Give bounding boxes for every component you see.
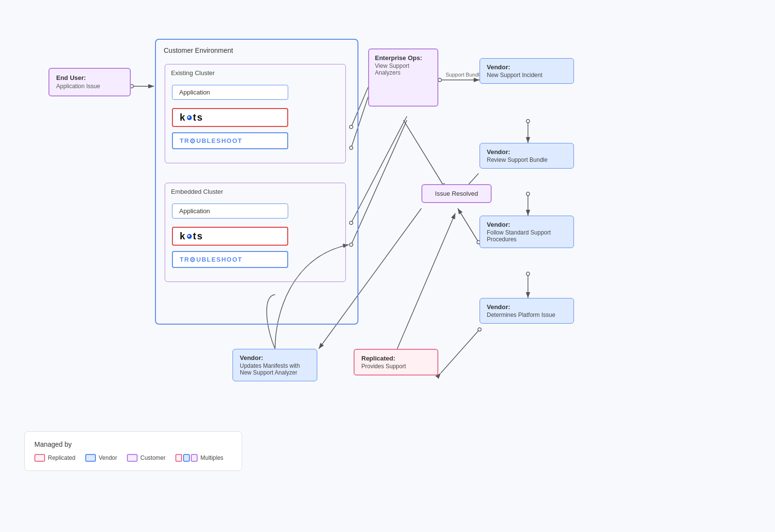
vendor-review-subtitle: Review Support Bundle (487, 156, 567, 163)
vendor-updates-box: Vendor: Updates Manifests with New Suppo… (232, 349, 317, 381)
legend-item-multiples: Multiples (175, 454, 223, 462)
vendor-new-incident-box: Vendor: New Support Incident (480, 58, 574, 84)
vendor-review-title: Vendor: (487, 148, 567, 156)
vendor-new-incident-subtitle: New Support Incident (487, 72, 567, 78)
replicated-title: Replicated: (361, 355, 431, 362)
legend-multi-1 (175, 454, 182, 462)
legend-multi-3 (191, 454, 198, 462)
embedded-ts-box: TR⚙UBLESHOOT (172, 251, 288, 268)
customer-env-title: Customer Environment (164, 47, 233, 54)
end-user-node: End User: Application Issue (48, 68, 131, 96)
ts-gear-icon: ⚙ (189, 138, 196, 144)
legend-label-customer: Customer (140, 454, 166, 461)
svg-point-14 (527, 192, 530, 196)
svg-line-22 (403, 120, 446, 189)
svg-point-18 (527, 272, 530, 276)
svg-line-19 (441, 329, 480, 373)
vendor-updates-title: Vendor: (240, 354, 310, 361)
svg-point-20 (478, 328, 481, 331)
existing-app-label: Application (179, 89, 210, 96)
legend-item-replicated: Replicated (34, 454, 76, 462)
legend-label-multiples: Multiples (201, 454, 223, 461)
existing-cluster-title: Existing Cluster (171, 69, 215, 77)
support-bundle-label: Support Bundle (446, 72, 482, 78)
existing-cluster-box: Existing Cluster Application kts TR⚙UBLE… (165, 64, 346, 163)
existing-kots-box: kts (172, 108, 288, 127)
end-user-title: End User: (56, 74, 123, 82)
embedded-kots-box: kts (172, 227, 288, 246)
embedded-cluster-title: Embedded Cluster (171, 188, 223, 195)
issue-resolved-box: Issue Resolved (421, 184, 492, 203)
embedded-app-label: Application (179, 207, 210, 215)
issue-resolved-label: Issue Resolved (435, 190, 478, 197)
svg-line-21 (397, 213, 455, 349)
legend-swatch-customer (127, 454, 138, 462)
legend-multiples-swatches (175, 454, 198, 462)
vendor-follow-standard-box: Vendor: Follow Standard Support Procedur… (480, 216, 574, 248)
embedded-app-box: Application (172, 203, 288, 219)
vendor-follow-title: Vendor: (487, 221, 567, 228)
enterprise-ops-subtitle: View Support Analyzers (375, 63, 432, 76)
legend-multi-2 (183, 454, 190, 462)
kots-dot-icon (187, 115, 192, 120)
existing-app-box: Application (172, 85, 288, 100)
enterprise-ops-title: Enterprise Ops: (375, 54, 432, 62)
existing-ts-label: TR⚙UBLESHOOT (180, 137, 280, 144)
vendor-updates-subtitle: Updates Manifests with New Support Analy… (240, 362, 310, 376)
embedded-ts-label: TR⚙UBLESHOOT (180, 256, 280, 263)
existing-ts-box: TR⚙UBLESHOOT (172, 132, 288, 149)
vendor-follow-subtitle: Follow Standard Support Procedures (487, 229, 567, 243)
legend-swatch-vendor (85, 454, 96, 462)
svg-line-15 (458, 208, 479, 242)
enterprise-ops-box: Enterprise Ops: View Support Analyzers (368, 48, 438, 107)
svg-point-9 (438, 78, 442, 82)
legend-title: Managed by (34, 440, 232, 448)
legend-item-vendor: Vendor (85, 454, 117, 462)
vendor-determines-subtitle: Determines Platform Issue (487, 312, 567, 318)
svg-line-23 (351, 116, 407, 223)
legend-label-replicated: Replicated (48, 454, 76, 461)
legend-label-vendor: Vendor (99, 454, 117, 461)
vendor-new-incident-title: Vendor: (487, 63, 567, 71)
ts-gear-2-icon: ⚙ (189, 256, 196, 263)
diagram-container: End User: Application Issue Customer Env… (0, 0, 775, 532)
vendor-determines-box: Vendor: Determines Platform Issue (480, 298, 574, 324)
customer-env-box: Customer Environment Existing Cluster Ap… (155, 39, 358, 325)
existing-kots-label: kts (180, 112, 280, 123)
legend-items: Replicated Vendor Customer Multiples (34, 454, 232, 462)
embedded-kots-label: kts (180, 231, 280, 242)
replicated-box: Replicated: Provides Support (354, 349, 438, 376)
replicated-subtitle: Provides Support (361, 363, 431, 370)
vendor-review-bundle-box: Vendor: Review Support Bundle (480, 143, 574, 169)
kots-dot-2-icon (187, 234, 192, 239)
vendor-determines-title: Vendor: (487, 303, 567, 311)
embedded-cluster-box: Embedded Cluster Application kts TR⚙UBLE… (165, 183, 346, 282)
legend-box: Managed by Replicated Vendor Customer (24, 431, 242, 471)
svg-point-11 (527, 120, 530, 123)
legend-item-customer: Customer (127, 454, 166, 462)
end-user-subtitle: Application Issue (56, 82, 123, 91)
svg-line-25 (351, 120, 407, 245)
legend-swatch-replicated (34, 454, 45, 462)
